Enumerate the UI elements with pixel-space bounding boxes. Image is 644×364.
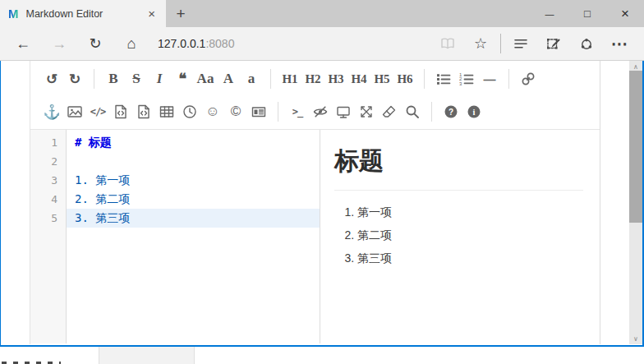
- search-button[interactable]: [403, 99, 421, 124]
- h6-button[interactable]: H6: [396, 67, 414, 91]
- minimize-button[interactable]: —: [531, 0, 568, 27]
- svg-text:i: i: [473, 108, 476, 117]
- code-line[interactable]: 2. 第二项: [67, 190, 320, 209]
- image-icon: [67, 104, 82, 119]
- undo-button[interactable]: ↺: [43, 67, 61, 91]
- preview-list-item: 第一项: [357, 200, 583, 223]
- preview-heading: 标题: [334, 145, 583, 191]
- watch-button[interactable]: [311, 99, 329, 124]
- hr-button[interactable]: —: [481, 67, 499, 91]
- preview-button[interactable]: [334, 99, 352, 124]
- editormd-container: ↺↻BSI❝AaAaH1H2H3H4H5H6123— ⚓</>☺©>_?i 12…: [30, 61, 600, 344]
- toolbar-separator: [431, 102, 432, 122]
- hub-icon: [513, 36, 528, 51]
- close-window-button[interactable]: ×: [606, 0, 644, 27]
- editor-toolbar: ↺↻BSI❝AaAaH1H2H3H4H5H6123— ⚓</>☺©>_?i: [30, 61, 600, 130]
- code-button[interactable]: </>: [89, 99, 107, 124]
- back-button[interactable]: ←: [5, 29, 41, 58]
- desktop-strip: [0, 347, 644, 364]
- address-bar: ←→↻⌂ 127.0.0.1:8080 ☆⋯: [0, 27, 644, 61]
- help-button[interactable]: ?: [442, 99, 460, 124]
- help-icon: ?: [444, 104, 458, 119]
- home-button[interactable]: ⌂: [113, 29, 150, 58]
- toolbar-separator: [94, 69, 94, 89]
- markdown-favicon-icon: M: [8, 7, 19, 21]
- redo-button[interactable]: ↻: [66, 67, 84, 91]
- h4-button[interactable]: H4: [350, 67, 368, 91]
- page-scrollbar[interactable]: ∧ ∨: [629, 61, 642, 344]
- preformatted-text-button[interactable]: [112, 99, 130, 124]
- link-button[interactable]: [519, 67, 537, 91]
- web-note-button[interactable]: [537, 29, 570, 58]
- list-ul-button[interactable]: [435, 67, 453, 91]
- reading-view-icon: [440, 36, 455, 51]
- code-line[interactable]: 1. 第一项: [67, 171, 320, 190]
- favorites-button[interactable]: ☆: [464, 29, 497, 58]
- info-icon: i: [467, 104, 481, 119]
- clipped-background-box: [99, 347, 195, 364]
- image-button[interactable]: [66, 99, 84, 124]
- page-viewport: ↺↻BSI❝AaAaH1H2H3H4H5H6123— ⚓</>☺©>_?i 12…: [0, 61, 644, 347]
- lowercase-button[interactable]: a: [242, 67, 260, 91]
- link-icon: [521, 71, 536, 86]
- italic-button[interactable]: I: [150, 67, 168, 91]
- url-field[interactable]: 127.0.0.1:8080: [158, 37, 234, 50]
- table-button[interactable]: [158, 99, 176, 124]
- datetime-icon: [182, 104, 197, 119]
- list-ol-icon: 123: [459, 71, 474, 86]
- h1-button[interactable]: H1: [281, 67, 299, 91]
- line-number-gutter: 12345: [30, 130, 67, 343]
- reference-link-button[interactable]: ⚓: [43, 99, 61, 124]
- browser-tab[interactable]: M Markdown Editor ×: [0, 0, 166, 27]
- preview-list-item: 第二项: [357, 223, 583, 247]
- uppercase-button[interactable]: A: [219, 67, 237, 91]
- reading-view-button[interactable]: [431, 29, 464, 58]
- hub-button[interactable]: [504, 29, 537, 58]
- code-line-active[interactable]: 3. 第三项: [67, 209, 320, 228]
- preview-ordered-list: 第一项第二项第三项: [334, 200, 583, 270]
- list-ul-icon: [436, 71, 451, 86]
- del-button[interactable]: S: [127, 67, 145, 91]
- fullscreen-icon: [359, 104, 374, 119]
- markdown-preview: 标题 第一项第二项第三项: [320, 130, 600, 343]
- code-block-button[interactable]: [135, 99, 153, 124]
- code-line[interactable]: [67, 152, 320, 171]
- address-bar-separator: [500, 34, 501, 53]
- maximize-button[interactable]: □: [568, 0, 606, 27]
- code-line[interactable]: # 标题: [67, 133, 320, 152]
- list-ol-button[interactable]: 123: [458, 67, 476, 91]
- h5-button[interactable]: H5: [373, 67, 391, 91]
- new-tab-button[interactable]: +: [166, 0, 196, 27]
- scroll-down-icon[interactable]: ∨: [629, 333, 642, 344]
- search-icon: [405, 104, 420, 119]
- forward-button[interactable]: →: [41, 29, 77, 58]
- h3-button[interactable]: H3: [327, 67, 345, 91]
- toolbar-separator: [508, 69, 509, 89]
- share-button[interactable]: [570, 29, 603, 58]
- quote-button[interactable]: ❝: [173, 67, 191, 91]
- ucwords-button[interactable]: Aa: [196, 67, 214, 91]
- pagebreak-button[interactable]: [250, 99, 268, 124]
- fullscreen-button[interactable]: [357, 99, 375, 124]
- url-port: :8080: [205, 37, 234, 50]
- pagebreak-icon: [251, 104, 266, 119]
- line-number: 2: [30, 152, 58, 171]
- url-host: 127.0.0.1: [158, 37, 205, 50]
- web-note-icon: [546, 36, 561, 51]
- editor-workspace: 12345 # 标题1. 第一项2. 第二项3. 第三项 标题 第一项第二项第三…: [30, 130, 600, 343]
- datetime-button[interactable]: [181, 99, 199, 124]
- h2-button[interactable]: H2: [304, 67, 322, 91]
- bold-button[interactable]: B: [104, 67, 122, 91]
- scrollbar-thumb[interactable]: [629, 71, 642, 223]
- share-icon: [579, 36, 594, 51]
- markdown-source-editor[interactable]: # 标题1. 第一项2. 第二项3. 第三项: [67, 130, 320, 343]
- info-button[interactable]: i: [465, 99, 483, 124]
- clear-button[interactable]: [380, 99, 398, 124]
- tab-close-icon[interactable]: ×: [145, 7, 158, 21]
- emoji-button[interactable]: ☺: [204, 99, 222, 124]
- refresh-button[interactable]: ↻: [77, 29, 113, 58]
- svg-text:3: 3: [459, 81, 462, 86]
- more-button[interactable]: ⋯: [603, 29, 636, 58]
- goto-line-button[interactable]: >_: [288, 99, 306, 124]
- html-entities-button[interactable]: ©: [227, 99, 245, 124]
